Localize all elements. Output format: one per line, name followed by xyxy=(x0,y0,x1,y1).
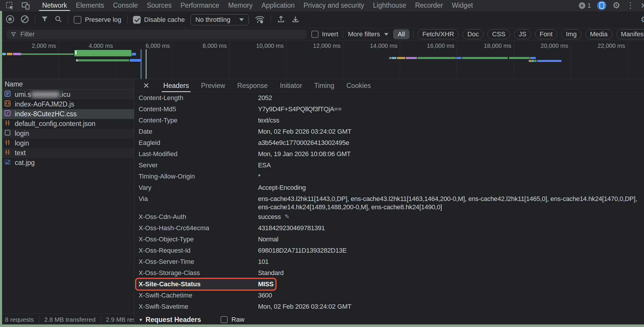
device-toolbar-icon[interactable] xyxy=(21,1,30,10)
overview-ruler-label: 4,000 ms xyxy=(66,42,113,49)
filter-pill-fetch-xhr[interactable]: Fetch/XHR xyxy=(418,29,459,39)
filter-toggle-icon[interactable] xyxy=(41,15,49,24)
header-name: Date xyxy=(134,127,258,136)
settings-gear-icon[interactable]: ⚙ xyxy=(612,1,620,10)
filter-pill-img[interactable]: Img xyxy=(561,29,581,39)
request-row[interactable]: index-AoFAJM2D.js xyxy=(0,99,134,109)
tab-privacy-and-security[interactable]: Privacy and security xyxy=(299,0,369,11)
json-icon xyxy=(4,119,11,128)
disable-cache-checkbox[interactable]: Disable cache xyxy=(133,16,185,24)
status-bar: 8 requests2.8 MB transferred2.9 MB resou xyxy=(0,313,134,326)
request-row[interactable]: cat.jpg xyxy=(0,158,134,168)
edit-pencil-icon[interactable]: ✎ xyxy=(284,213,289,220)
details-tab-cookies[interactable]: Cookies xyxy=(346,79,371,92)
filter-pill-media[interactable]: Media xyxy=(585,29,612,39)
close-devtools-icon[interactable]: ✕ xyxy=(640,2,644,9)
response-headers-list: Content-Length2052Content-Md5Y7y9D4F+S4P… xyxy=(134,92,644,313)
header-row: X-Swift-Cachetime3600 xyxy=(134,290,644,301)
header-value: Y7y9D4F+S4PQllQf3fTQjA== xyxy=(258,105,644,113)
details-tab-initiator[interactable]: Initiator xyxy=(280,79,302,92)
header-value-text: * xyxy=(258,172,260,181)
header-value-text: ens-cache43.l2hk11[1443,0,DP], ens-cache… xyxy=(258,195,637,211)
overview-gridline xyxy=(627,40,628,79)
request-row[interactable]: login xyxy=(0,129,134,138)
filter-pill-manifest[interactable]: Manifest xyxy=(616,29,644,39)
tab-elements[interactable]: Elements xyxy=(71,0,109,11)
error-badge[interactable]: ✕ 1 xyxy=(579,2,591,9)
details-tab-headers[interactable]: Headers xyxy=(163,79,189,92)
network-conditions-icon[interactable] xyxy=(254,14,265,25)
header-name: X-Oss-Request-Id xyxy=(134,246,258,255)
filter-input[interactable] xyxy=(20,30,303,38)
request-headers-section[interactable]: ▼ Request Headers Raw xyxy=(134,313,644,326)
search-icon[interactable] xyxy=(54,15,62,24)
waterfall-bar-segment xyxy=(397,57,405,59)
page-edge-bottom xyxy=(0,324,644,327)
invert-checkbox[interactable]: Invert xyxy=(311,30,338,38)
more-filters-button[interactable]: More filters xyxy=(348,30,388,38)
request-row[interactable]: umi.s.icu xyxy=(0,90,134,99)
waterfall-bar-segment xyxy=(392,57,396,59)
request-headers-label: Request Headers xyxy=(146,316,201,324)
details-tab-preview[interactable]: Preview xyxy=(201,79,225,92)
request-row[interactable]: text xyxy=(0,148,134,158)
header-value: MISS xyxy=(258,280,644,288)
tab-memory[interactable]: Memory xyxy=(224,0,257,11)
request-row[interactable]: default_config.content.json xyxy=(0,119,134,129)
header-row: X-Site-Cache-StatusMISS xyxy=(134,279,644,290)
header-value: success✎ xyxy=(258,213,644,221)
tab-console[interactable]: Console xyxy=(109,0,142,11)
kebab-menu-icon[interactable]: ⋮ xyxy=(626,1,634,9)
overview-gridline xyxy=(229,40,229,79)
header-value: ESA xyxy=(258,161,644,169)
network-settings-gear-icon[interactable]: ⚙ xyxy=(640,15,644,24)
header-value-text: Mon, 19 Jan 2026 10:08:06 GMT xyxy=(258,150,351,158)
filter-pill-doc[interactable]: Doc xyxy=(463,29,484,39)
filter-pill-font[interactable]: Font xyxy=(535,29,557,39)
header-row: ServerESA xyxy=(134,160,644,171)
header-value: 4318429230469781391 xyxy=(258,224,644,232)
throttling-select[interactable]: No throttling xyxy=(190,14,249,25)
tab-sources[interactable]: Sources xyxy=(142,0,176,11)
filter-pill-css[interactable]: CSS xyxy=(487,29,510,39)
header-row: X-Oss-Object-TypeNormal xyxy=(134,234,644,245)
request-row[interactable]: login xyxy=(0,138,134,148)
extension-icon[interactable] xyxy=(597,1,606,10)
details-tab-timing[interactable]: Timing xyxy=(314,79,334,92)
tab-performance[interactable]: Performance xyxy=(176,0,224,11)
request-name: text xyxy=(15,149,26,157)
inspect-element-icon[interactable] xyxy=(5,1,14,10)
tab-network[interactable]: Network xyxy=(38,0,71,11)
tab-lighthouse[interactable]: Lighthouse xyxy=(369,0,411,11)
raw-checkbox[interactable]: Raw xyxy=(221,316,244,323)
close-details-icon[interactable]: ✕ xyxy=(143,82,150,89)
filter-pill-all[interactable]: All xyxy=(393,29,410,39)
import-har-icon[interactable] xyxy=(277,15,285,25)
record-network-log-icon[interactable] xyxy=(5,14,15,25)
header-value: Mon, 02 Feb 2026 03:24:02 GMT xyxy=(258,127,644,136)
waterfall-bar-segment xyxy=(534,60,537,62)
export-har-icon[interactable] xyxy=(291,15,300,25)
tab-recorder[interactable]: Recorder xyxy=(411,0,448,11)
invert-label: Invert xyxy=(322,30,338,38)
overview-ruler-label: 20,000 ms xyxy=(521,42,568,49)
preserve-log-label: Preserve log xyxy=(85,16,121,24)
name-column-header[interactable]: Name xyxy=(0,79,134,90)
header-value: 3600 xyxy=(258,291,644,300)
header-row: Timing-Allow-Origin* xyxy=(134,171,644,182)
clear-network-log-icon[interactable] xyxy=(20,15,29,25)
waterfall-bar-segment xyxy=(78,59,129,61)
tab-widget[interactable]: Widget xyxy=(447,0,477,11)
header-row: Content-Length2052 xyxy=(134,92,644,104)
header-value-text: Normal xyxy=(258,235,278,243)
overview-ruler-label: 14,000 ms xyxy=(350,42,397,49)
details-tab-response[interactable]: Response xyxy=(237,79,268,92)
preserve-log-checkbox[interactable]: Preserve log xyxy=(74,16,121,24)
fetch-icon xyxy=(4,129,11,138)
network-overview[interactable]: 2,000 ms4,000 ms6,000 ms8,000 ms10,000 m… xyxy=(0,40,644,79)
filter-pill-js[interactable]: JS xyxy=(514,29,531,39)
request-row[interactable]: index-8CutezHC.css xyxy=(0,109,134,119)
requests-panel: Name umi.s.icuindex-AoFAJM2D.jsindex-8Cu… xyxy=(0,79,134,326)
request-name: index-AoFAJM2D.js xyxy=(15,100,74,108)
tab-application[interactable]: Application xyxy=(257,0,299,11)
